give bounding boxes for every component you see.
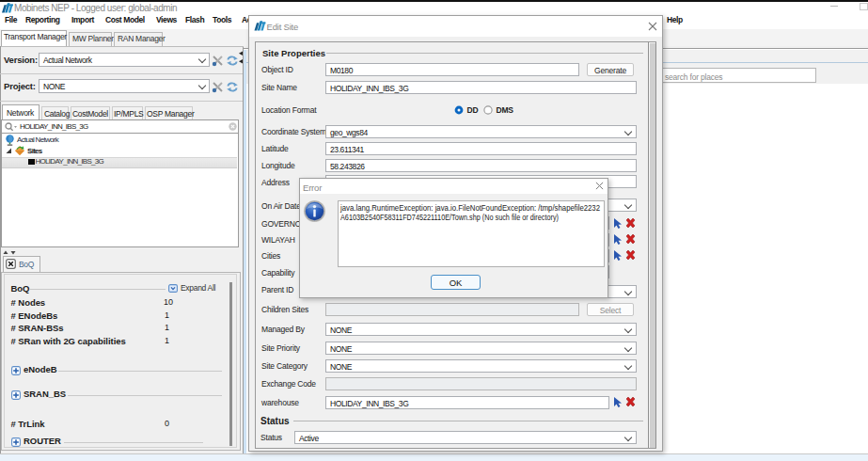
svg-text:A6103B2540F58311FD745221110E/T: A6103B2540F58311FD745221110E/Town.shp (N… <box>340 213 559 222</box>
svg-text:java.lang.RuntimeException: ja: java.lang.RuntimeException: java.io.File… <box>339 203 600 213</box>
